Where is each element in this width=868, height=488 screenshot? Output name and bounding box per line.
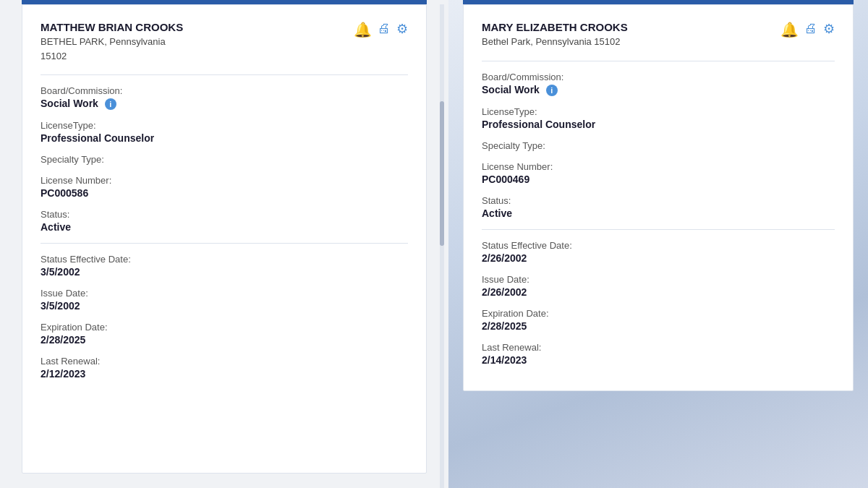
right-expiration-label: Expiration Date: [482,308,835,319]
left-action-icons: 🔔 🖨 ⚙ [354,21,408,38]
left-expiration-value: 2/28/2025 [41,334,408,346]
left-status-effective-field: Status Effective Date: 3/5/2002 [41,254,408,278]
right-specialty-field: Specialty Type: [482,140,835,151]
right-card-header: MARY ELIZABETH CROOKS Bethel Park, Penns… [482,20,835,49]
right-status-effective-value: 2/26/2002 [482,252,835,264]
right-gear-icon[interactable]: ⚙ [823,21,835,38]
left-last-renewal-label: Last Renewal: [41,356,408,367]
right-license-number-field: License Number: PC000469 [482,161,835,185]
left-license-type-value: Professional Counselor [41,132,408,144]
left-status-field: Status: Active [41,209,408,233]
left-address-line2: 15102 [41,49,183,64]
right-last-renewal-field: Last Renewal: 2/14/2023 [482,342,835,366]
left-issue-date-field: Issue Date: 3/5/2002 [41,288,408,312]
left-status-label: Status: [41,209,408,220]
left-license-number-label: License Number: [41,175,408,186]
left-specialty-label: Specialty Type: [41,154,408,165]
right-expiration-value: 2/28/2025 [482,320,835,332]
right-issue-date-label: Issue Date: [482,274,835,285]
left-card-header: MATTHEW BRIAN CROOKS BETHEL PARK, Pennsy… [41,20,408,63]
left-issue-date-label: Issue Date: [41,288,408,299]
right-card-wrapper: MARY ELIZABETH CROOKS Bethel Park, Penns… [448,4,868,488]
right-person-name: MARY ELIZABETH CROOKS [482,20,628,35]
right-license-type-field: LicenseType: Professional Counselor [482,106,835,130]
left-specialty-field: Specialty Type: [41,154,408,165]
left-scrollbar-thumb[interactable] [440,101,444,247]
left-expiration-field: Expiration Date: 2/28/2025 [41,322,408,346]
left-license-number-value: PC000586 [41,187,408,199]
left-license-number-field: License Number: PC000586 [41,175,408,199]
right-last-renewal-label: Last Renewal: [482,342,835,353]
left-issue-date-value: 3/5/2002 [41,300,408,312]
right-board-label: Board/Commission: [482,72,835,82]
left-board-label: Board/Commission: [41,85,408,96]
right-board-value: Social Work i [482,84,835,96]
right-license-number-value: PC000469 [482,174,835,185]
left-card-wrapper: MATTHEW BRIAN CROOKS BETHEL PARK, Pennsy… [0,4,448,488]
left-panel: MATTHEW BRIAN CROOKS BETHEL PARK, Pennsy… [0,0,448,488]
left-status-effective-value: 3/5/2002 [41,266,408,278]
left-board-info-icon[interactable]: i [105,98,116,110]
left-license-type-field: LicenseType: Professional Counselor [41,120,408,144]
left-status-value: Active [41,221,408,233]
left-address-line1: BETHEL PARK, Pennsylvania [41,35,183,49]
right-expiration-field: Expiration Date: 2/28/2025 [482,308,835,332]
left-last-renewal-value: 2/12/2023 [41,368,408,380]
right-divider-2 [482,229,835,230]
left-scrollbar-track[interactable] [440,4,444,488]
left-status-effective-label: Status Effective Date: [41,254,408,265]
left-board-field: Board/Commission: Social Work i [41,85,408,110]
right-address-line1: Bethel Park, Pennsylvania 15102 [482,35,628,49]
left-board-value: Social Work i [41,98,408,110]
left-print-icon[interactable]: 🖨 [378,21,391,38]
right-panel: MARY ELIZABETH CROOKS Bethel Park, Penns… [448,0,868,488]
left-license-type-label: LicenseType: [41,120,408,131]
left-divider-1 [41,74,408,75]
left-bell-icon[interactable]: 🔔 [354,21,372,38]
right-board-field: Board/Commission: Social Work i [482,72,835,96]
right-action-icons: 🔔 🖨 ⚙ [780,21,835,38]
right-card: MARY ELIZABETH CROOKS Bethel Park, Penns… [463,4,854,391]
left-divider-2 [41,243,408,244]
left-last-renewal-field: Last Renewal: 2/12/2023 [41,356,408,380]
page-container: MATTHEW BRIAN CROOKS BETHEL PARK, Pennsy… [0,0,868,488]
right-print-icon[interactable]: 🖨 [804,21,817,38]
right-bell-icon[interactable]: 🔔 [780,21,799,38]
right-status-label: Status: [482,195,835,206]
right-status-value: Active [482,207,835,219]
right-license-number-label: License Number: [482,161,835,172]
right-board-info-icon[interactable]: i [546,85,558,96]
right-person-info: MARY ELIZABETH CROOKS Bethel Park, Penns… [482,20,628,49]
right-issue-date-value: 2/26/2002 [482,286,835,298]
right-status-effective-field: Status Effective Date: 2/26/2002 [482,240,835,264]
right-license-type-label: LicenseType: [482,106,835,117]
right-divider-1 [482,61,835,61]
right-specialty-label: Specialty Type: [482,140,835,151]
left-person-name: MATTHEW BRIAN CROOKS [41,20,183,35]
right-status-field: Status: Active [482,195,835,219]
right-status-effective-label: Status Effective Date: [482,240,835,251]
right-license-type-value: Professional Counselor [482,119,835,130]
right-last-renewal-value: 2/14/2023 [482,354,835,366]
left-person-info: MATTHEW BRIAN CROOKS BETHEL PARK, Pennsy… [41,20,183,63]
right-issue-date-field: Issue Date: 2/26/2002 [482,274,835,298]
left-gear-icon[interactable]: ⚙ [396,21,408,38]
left-expiration-label: Expiration Date: [41,322,408,333]
left-card: MATTHEW BRIAN CROOKS BETHEL PARK, Pennsy… [22,4,427,474]
